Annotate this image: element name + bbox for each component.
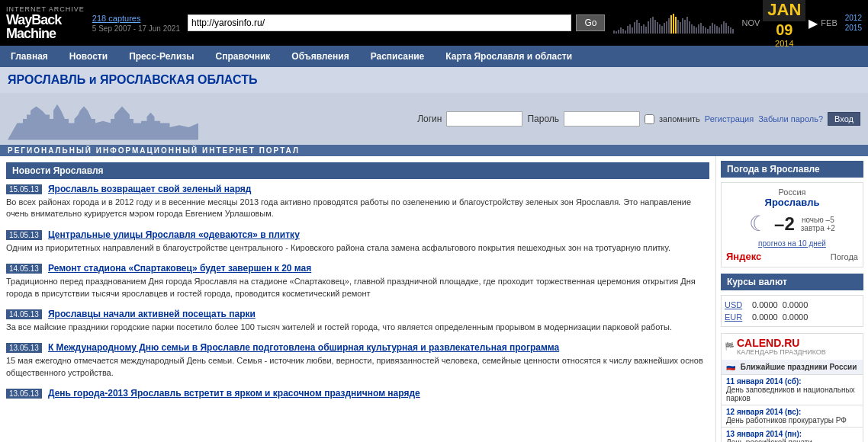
sidebar: Погода в Ярославле Россия Ярославль ☾ –2… [715,156,868,442]
calendar-item-text-2: День российской печати [726,438,858,442]
news-date-title: 15.05.13 Центральные улицы Ярославля «од… [6,229,709,240]
wayback-bar: INTERNET ARCHIVE WayBackMachine 218 capt… [0,0,868,46]
year-nav: 2012 2015 [845,14,862,32]
weather-details: ночью –5 завтра +2 [801,216,835,232]
active-day: 09 [776,21,792,39]
nav-ads[interactable]: Объявления [281,46,359,67]
news-date-title: 13.05.13 К Международному Дню семьи в Яр… [6,342,709,353]
month-feb[interactable]: FEB [821,18,837,27]
usd-link[interactable]: USD [725,300,747,309]
usd-val2: 0.0000 [783,300,809,309]
nav-schedule[interactable]: Расписание [360,46,436,67]
next-month-arrow[interactable]: ▶ [809,16,818,30]
news-date-title: 15.05.13 Ярославль возвращает свой зелен… [6,184,709,194]
wayback-logo: INTERNET ARCHIVE WayBackMachine [6,5,85,41]
news-title-link[interactable]: Ярославцы начали активней посещать парки [48,309,256,319]
news-title-link[interactable]: К Международному Дню семьи в Ярославле п… [48,342,559,353]
currency-row-usd: USD 0.0000 0.0000 [725,299,860,311]
captures-link[interactable]: 218 captures [92,14,180,23]
login-area: Логин Пароль запомнить Регистрация Забыл… [417,111,860,127]
title-and: и [89,73,100,86]
calendar-section-label: 🇷🇺 Ближайшие праздники России [722,360,863,374]
news-date-title: 13.05.13 День города-2013 Ярославль встр… [6,388,709,399]
calendar-item-text-0: День заповедников и национальных парков [726,386,858,402]
main-layout: Новости Ярославля 15.05.13 Ярославль воз… [0,156,868,442]
site-header: ЯРОСЛАВЛЬ и ЯРОСЛАВСКАЯ ОБЛАСТЬ [0,67,868,93]
url-input[interactable] [188,14,572,31]
calendar-item-0: 11 января 2014 (сб): День заповедников и… [722,374,863,405]
title-part2: ЯРОСЛАВСКАЯ ОБЛАСТЬ [100,73,257,86]
site-subtitle: РЕГИОНАЛЬНЫЙ ИНФОРМАЦИОННЫЙ ИНТЕРНЕТ ПОР… [0,145,868,156]
nav-home[interactable]: Главная [0,46,59,67]
news-date: 14.05.13 [6,309,42,319]
login-button[interactable]: Вход [828,112,860,126]
news-item: 13.05.13 День города-2013 Ярославль встр… [6,388,709,399]
forgot-link[interactable]: Забыли пароль? [758,114,823,123]
login-label: Логин [417,114,442,124]
calend-logo: CALEND.RU [737,337,826,349]
calendar-item-date-0: 11 января 2014 (сб): [726,377,858,386]
year-right[interactable]: 2015 [845,24,862,32]
month-nov[interactable]: NOV [741,18,760,27]
calendar-item-text-1: День работников прокуратуры РФ [726,416,858,424]
news-title-link[interactable]: Ремонт стадиона «Спартаковец» будет заве… [48,263,311,274]
news-title-link[interactable]: Ярославль возвращает свой зеленый наряд [48,184,252,194]
usd-val1: 0.0000 [752,300,778,309]
go-button[interactable]: Go [576,14,605,31]
news-text: Традиционно перед празднованием Дня горо… [6,276,709,299]
calendar-item-date-1: 12 января 2014 (вс): [726,408,858,416]
eur-link[interactable]: EUR [725,312,747,322]
weather-moon-icon: ☾ [749,211,768,236]
news-item: 15.05.13 Центральные улицы Ярославля «од… [6,229,709,254]
active-month-block: JAN 09 2014 [763,0,805,48]
news-text: За все майские праздники городские парки… [6,322,709,333]
nav-news[interactable]: Новости [59,46,118,67]
site-nav: Главная Новости Пресс-Релизы Справочник … [0,46,868,67]
eur-val2: 0.0000 [783,312,809,322]
news-date-title: 14.05.13 Ярославцы начали активней посещ… [6,309,709,319]
news-item: 14.05.13 Ярославцы начали активней посещ… [6,309,709,333]
news-item: 15.05.13 Ярославль возвращает свой зелен… [6,184,709,220]
year-left[interactable]: 2012 [845,14,862,22]
news-text: Во всех районах города и в 2012 году и в… [6,197,709,220]
news-section-header: Новости Ярославля [6,162,709,179]
remember-label: запомнить [659,114,700,123]
currency-row-eur: EUR 0.0000 0.0000 [725,311,860,323]
nav-map[interactable]: Карта Ярославля и области [435,46,583,67]
login-input[interactable] [446,111,522,127]
password-input[interactable] [564,111,640,127]
city-silhouette [8,98,198,140]
news-date: 13.05.13 [6,343,42,353]
weather-forecast-link[interactable]: прогноз на 10 дней [726,239,858,248]
yandex-logo: Яндекс [726,251,761,262]
currency-box: USD 0.0000 0.0000 EUR 0.0000 0.0000 [721,295,863,327]
calendar-header: 🏁 CALEND.RU КАЛЕНДАРЬ ПРАЗДНИКОВ [722,334,863,360]
password-label: Пароль [527,114,559,124]
pogoda-link[interactable]: Погода [831,252,858,261]
news-title-link[interactable]: Центральные улицы Ярославля «одеваются» … [48,229,300,240]
news-title-link[interactable]: День города-2013 Ярославль встретит в яр… [48,388,420,399]
weather-temp: –2 [774,213,795,235]
url-bar: Go [188,14,606,31]
nav-press[interactable]: Пресс-Релизы [118,46,204,67]
calendar-item-date-2: 13 января 2014 (пн): [726,430,858,438]
calendar-item-1: 12 января 2014 (вс): День работников про… [722,405,863,427]
weather-tomorrow: завтра +2 [801,224,835,232]
wayback-machine-label: WayBackMachine [6,13,85,40]
month-jan-active[interactable]: JAN [763,0,805,21]
remember-checkbox[interactable] [645,114,654,124]
date-range: 5 Sep 2007 - 17 Jun 2021 [92,24,180,33]
calendar-logo-text: CALEND.RU КАЛЕНДАРЬ ПРАЗДНИКОВ [737,337,826,357]
news-date: 15.05.13 [6,230,42,240]
weather-icon-temp: ☾ –2 ночью –5 завтра +2 [726,211,858,236]
eur-val1: 0.0000 [752,312,778,322]
register-link[interactable]: Регистрация [705,114,754,123]
news-text: 15 мая ежегодно отмечается международный… [6,355,709,379]
weather-box: Россия Ярославль ☾ –2 ночью –5 завтра +2… [721,182,863,267]
calendar-item-2: 13 января 2014 (пн): День российской печ… [722,427,863,442]
weather-country: Россия [726,187,858,197]
nav-reference[interactable]: Справочник [205,46,281,67]
calendar-logo-area: 🏁 CALEND.RU КАЛЕНДАРЬ ПРАЗДНИКОВ [725,337,826,357]
weather-city: Ярославль [726,197,858,208]
site-title: ЯРОСЛАВЛЬ и ЯРОСЛАВСКАЯ ОБЛАСТЬ [8,70,860,90]
